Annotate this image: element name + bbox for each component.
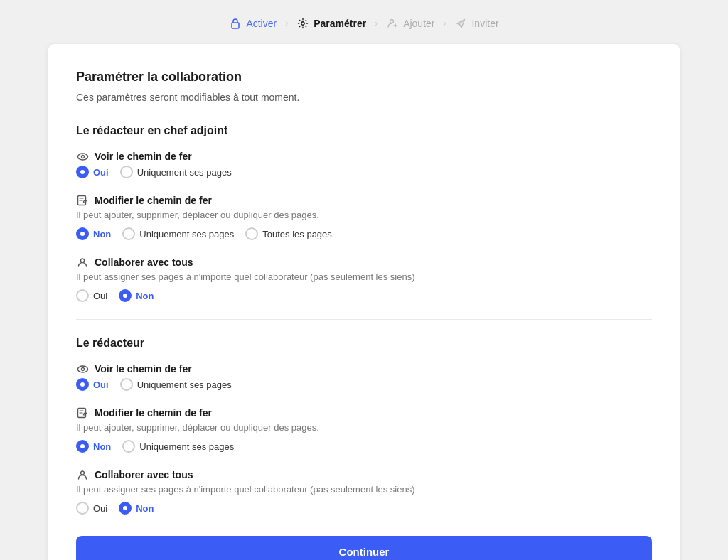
svg-point-2: [390, 20, 394, 23]
perm-voir-1-options: Oui Uniquement ses pages: [76, 166, 652, 178]
svg-point-4: [81, 155, 84, 158]
radio-label-uniquement-modifier-2: Uniquement ses pages: [139, 441, 234, 452]
section-divider: [76, 319, 652, 320]
perm-voir-1-label: Voir le chemin de fer: [95, 151, 192, 162]
section-redacteur-chef-adjoint: Le rédacteur en chef adjoint Voir le che…: [76, 124, 652, 302]
person-add-icon: [386, 17, 399, 30]
section-redacteur: Le rédacteur Voir le chemin de fer Oui: [76, 337, 652, 515]
radio-label-oui-voir-1: Oui: [93, 167, 109, 178]
radio-oui-voir-1[interactable]: Oui: [76, 166, 109, 178]
radio-label-uniquement-voir-2: Uniquement ses pages: [137, 379, 232, 390]
radio-uniquement-voir-1[interactable]: Uniquement ses pages: [120, 166, 232, 178]
step-parametrer-label: Paramétrer: [314, 18, 366, 29]
svg-point-3: [77, 154, 87, 160]
radio-non-collaborer-2[interactable]: Non: [119, 502, 154, 515]
step-activer[interactable]: Activer: [229, 17, 277, 30]
step-inviter-label: Inviter: [471, 18, 498, 29]
radio-label-non-collaborer-2: Non: [136, 503, 154, 514]
perm-collaborer-1-label: Collaborer avec tous: [95, 257, 193, 268]
radio-uniquement-modifier-2[interactable]: Uniquement ses pages: [122, 440, 234, 453]
perm-collaborer-1-options: Oui Non: [76, 289, 652, 302]
perm-collaborer-2-label: Collaborer avec tous: [95, 469, 193, 480]
radio-circle-oui-voir-1: [76, 166, 89, 178]
radio-circle-non-collaborer-1: [119, 289, 132, 302]
main-card: Paramétrer la collaboration Ces paramètr…: [48, 44, 680, 560]
radio-uniquement-modifier-1[interactable]: Uniquement ses pages: [122, 227, 234, 240]
radio-uniquement-voir-2[interactable]: Uniquement ses pages: [120, 378, 232, 391]
radio-circle-oui-collaborer-2: [76, 502, 89, 515]
perm-collaborer-2-options: Oui Non: [76, 502, 652, 515]
perm-voir-2-options: Oui Uniquement ses pages: [76, 378, 652, 391]
perm-collaborer-1-desc: Il peut assigner ses pages à n'importe q…: [76, 271, 652, 282]
radio-oui-collaborer-2[interactable]: Oui: [76, 502, 107, 515]
perm-modifier-2-desc: Il peut ajouter, supprimer, déplacer ou …: [76, 422, 652, 433]
svg-point-6: [81, 259, 85, 262]
person-icon: [76, 256, 89, 269]
perm-modifier-2-label: Modifier le chemin de fer: [95, 407, 212, 419]
svg-point-1: [301, 22, 304, 25]
radio-circle-toutes-modifier-1: [245, 227, 258, 240]
lock-icon: [229, 17, 242, 30]
perm-modifier-1: Modifier le chemin de fer Il peut ajoute…: [76, 194, 652, 240]
radio-non-modifier-1[interactable]: Non: [76, 227, 111, 240]
step-parametrer[interactable]: Paramétrer: [296, 17, 366, 30]
radio-circle-non-collaborer-2: [119, 502, 132, 515]
radio-label-non-collaborer-1: Non: [136, 291, 154, 301]
perm-modifier-1-options: Non Uniquement ses pages Toutes les page…: [76, 227, 652, 240]
radio-circle-uniquement-modifier-1: [122, 227, 135, 240]
radio-circle-oui-collaborer-1: [76, 289, 89, 302]
section1-title: Le rédacteur en chef adjoint: [76, 124, 652, 137]
radio-circle-oui-voir-2: [76, 378, 89, 391]
continue-button[interactable]: Continuer: [76, 536, 652, 560]
radio-circle-uniquement-voir-2: [120, 378, 133, 391]
perm-voir-2: Voir le chemin de fer Oui Uniquement ses…: [76, 362, 652, 391]
edit-icon-2: [76, 406, 89, 419]
eye-icon: [76, 150, 89, 163]
radio-circle-uniquement-modifier-2: [122, 440, 135, 453]
perm-modifier-1-desc: Il peut ajouter, supprimer, déplacer ou …: [76, 210, 652, 220]
step-ajouter-label: Ajouter: [403, 18, 434, 29]
gear-icon: [296, 17, 309, 30]
perm-modifier-2-options: Non Uniquement ses pages: [76, 440, 652, 453]
radio-label-oui-voir-2: Oui: [93, 379, 109, 390]
svg-point-10: [81, 471, 85, 475]
edit-icon: [76, 194, 89, 207]
chevron-icon-2: ›: [375, 18, 378, 28]
radio-non-modifier-2[interactable]: Non: [76, 440, 111, 453]
radio-toutes-modifier-1[interactable]: Toutes les pages: [245, 227, 332, 240]
step-activer-label: Activer: [246, 18, 277, 29]
svg-point-8: [81, 367, 84, 370]
radio-label-oui-collaborer-2: Oui: [93, 503, 107, 514]
radio-label-oui-collaborer-1: Oui: [93, 291, 107, 301]
perm-collaborer-2: Collaborer avec tous Il peut assigner se…: [76, 468, 652, 515]
radio-label-non-modifier-2: Non: [93, 441, 111, 452]
radio-label-uniquement-voir-1: Uniquement ses pages: [137, 167, 232, 178]
radio-label-toutes-modifier-1: Toutes les pages: [262, 229, 332, 239]
chevron-icon-3: ›: [443, 18, 446, 28]
step-ajouter[interactable]: Ajouter: [386, 17, 434, 30]
card-title: Paramétrer la collaboration: [76, 70, 652, 85]
radio-oui-voir-2[interactable]: Oui: [76, 378, 109, 391]
eye-icon-2: [76, 362, 89, 375]
radio-label-uniquement-modifier-1: Uniquement ses pages: [139, 229, 234, 239]
send-icon: [454, 17, 467, 30]
step-inviter[interactable]: Inviter: [454, 17, 498, 30]
svg-point-7: [77, 366, 87, 372]
radio-circle-non-modifier-1: [76, 227, 89, 240]
perm-collaborer-2-desc: Il peut assigner ses pages à n'importe q…: [76, 484, 652, 495]
person-icon-2: [76, 468, 89, 481]
radio-oui-collaborer-1[interactable]: Oui: [76, 289, 107, 302]
perm-modifier-2: Modifier le chemin de fer Il peut ajoute…: [76, 406, 652, 453]
stepper: Activer › Paramétrer › Ajouter ›: [0, 0, 728, 44]
perm-collaborer-1: Collaborer avec tous Il peut assigner se…: [76, 256, 652, 302]
chevron-icon-1: ›: [285, 18, 288, 28]
radio-circle-uniquement-voir-1: [120, 166, 133, 178]
radio-non-collaborer-1[interactable]: Non: [119, 289, 154, 302]
section2-title: Le rédacteur: [76, 337, 652, 350]
perm-modifier-1-label: Modifier le chemin de fer: [95, 195, 212, 206]
card-subtitle: Ces paramètres seront modifiables à tout…: [76, 92, 652, 103]
perm-voir-1: Voir le chemin de fer Oui Uniquement ses…: [76, 150, 652, 178]
svg-rect-0: [232, 23, 239, 28]
perm-voir-2-label: Voir le chemin de fer: [95, 363, 192, 375]
radio-circle-non-modifier-2: [76, 440, 89, 453]
